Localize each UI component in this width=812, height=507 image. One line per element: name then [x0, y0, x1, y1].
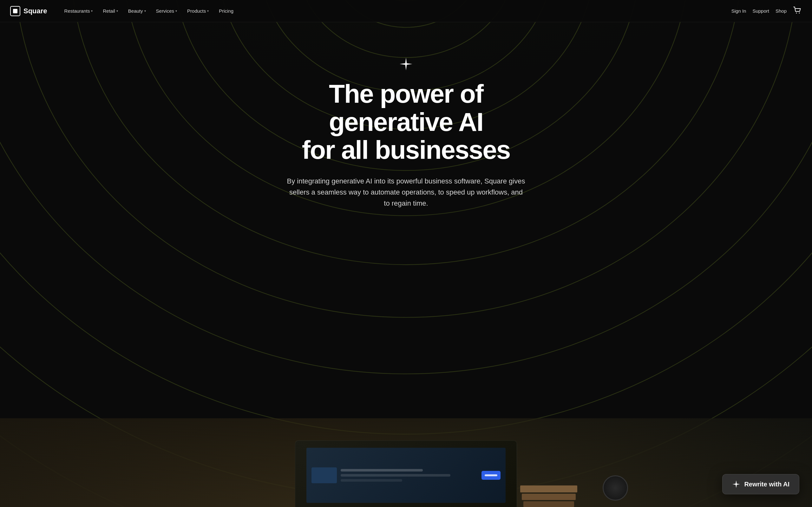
hero-star-icon	[276, 57, 536, 71]
hero-content: The power of generative AI for all busin…	[263, 57, 549, 228]
nav-support[interactable]: Support	[752, 8, 769, 14]
nav-shop[interactable]: Shop	[775, 8, 786, 14]
laptop-mockup	[295, 441, 517, 507]
chevron-down-icon: ▾	[116, 9, 118, 13]
cart-icon[interactable]	[793, 6, 802, 16]
nav-item-retail[interactable]: Retail ▾	[98, 6, 122, 16]
chevron-down-icon: ▾	[91, 9, 93, 13]
chevron-down-icon: ▾	[207, 9, 209, 13]
svg-point-0	[796, 12, 797, 13]
brand-name: Square	[23, 7, 47, 15]
sparkle-star-icon	[732, 480, 740, 488]
hero-image-area	[0, 418, 812, 507]
navigation: Square Restaurants ▾ Retail ▾ Beauty ▾ S…	[0, 0, 812, 22]
rewrite-ai-button[interactable]: Rewrite with AI	[722, 474, 799, 494]
camera-object	[603, 475, 628, 501]
nav-item-products[interactable]: Products ▾	[183, 6, 213, 16]
chevron-down-icon: ▾	[144, 9, 146, 13]
nav-menu: Restaurants ▾ Retail ▾ Beauty ▾ Services…	[60, 6, 731, 16]
nav-right: Sign In Support Shop	[731, 6, 802, 16]
nav-item-beauty[interactable]: Beauty ▾	[124, 6, 150, 16]
hero-section: The power of generative AI for all busin…	[0, 0, 812, 507]
nav-item-pricing[interactable]: Pricing	[214, 6, 238, 16]
nav-item-services[interactable]: Services ▾	[152, 6, 182, 16]
brand-logo[interactable]: Square	[10, 6, 47, 16]
desk-items	[517, 450, 580, 507]
logo-icon	[10, 6, 20, 16]
svg-point-1	[799, 12, 800, 13]
hero-title: The power of generative AI for all busin…	[276, 80, 536, 164]
chevron-down-icon: ▾	[175, 9, 177, 13]
laptop-screen	[306, 448, 506, 503]
nav-sign-in[interactable]: Sign In	[731, 8, 746, 14]
nav-item-restaurants[interactable]: Restaurants ▾	[60, 6, 97, 16]
rewrite-ai-label: Rewrite with AI	[744, 481, 790, 488]
hero-subtitle: By integrating generative AI into its po…	[286, 176, 526, 209]
